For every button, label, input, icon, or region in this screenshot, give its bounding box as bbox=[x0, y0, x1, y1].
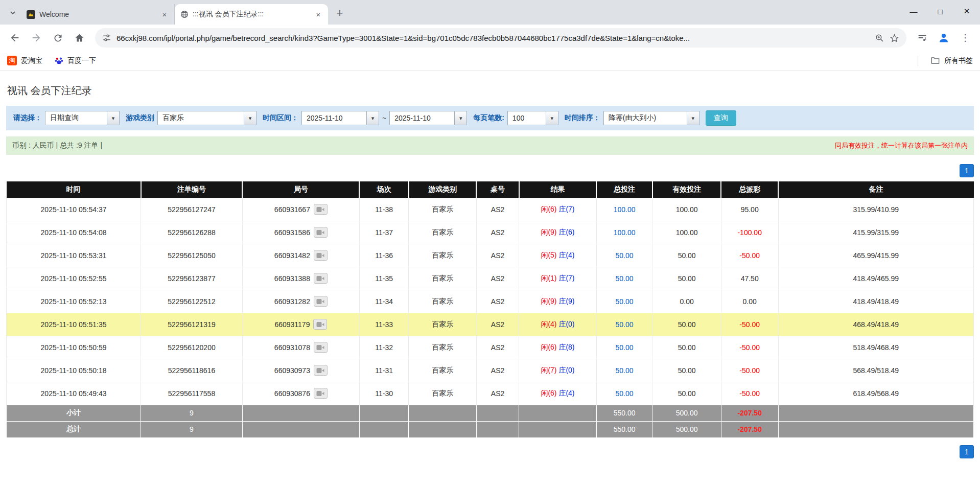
query-type-label: 请选择： bbox=[13, 113, 42, 123]
browser-menu-button[interactable]: ⋮ bbox=[955, 28, 975, 48]
result-player: 闲(9) bbox=[541, 297, 556, 305]
maximize-button[interactable]: □ bbox=[927, 0, 953, 22]
total-bet-link[interactable]: 50.00 bbox=[616, 297, 634, 306]
close-button[interactable]: ✕ bbox=[953, 0, 980, 22]
media-controls-button[interactable] bbox=[913, 28, 932, 48]
cell-total-bet[interactable]: 50.00 bbox=[596, 336, 652, 359]
total-bet-link[interactable]: 50.00 bbox=[616, 251, 634, 260]
profile-avatar[interactable] bbox=[934, 28, 953, 48]
total-row: 总计9550.00500.00-207.50 bbox=[7, 421, 974, 437]
cell-game-type: 百家乐 bbox=[409, 221, 477, 244]
cell-note: 568.49/518.49 bbox=[778, 359, 973, 382]
total-bet-link[interactable]: 100.00 bbox=[614, 228, 636, 237]
game-type-select[interactable]: 百家乐 ▾ bbox=[157, 111, 256, 125]
page-1-button[interactable]: 1 bbox=[960, 164, 974, 177]
cell-payout: -100.00 bbox=[721, 221, 778, 244]
forward-button[interactable] bbox=[27, 28, 46, 48]
cell-result: 闲(6) 庄(7) bbox=[519, 198, 596, 221]
table-row: 2025-11-10 05:53:31522956125050660931482… bbox=[7, 244, 974, 267]
cell-payout: -50.00 bbox=[721, 244, 778, 267]
cell-total-bet[interactable]: 100.00 bbox=[596, 221, 652, 244]
total-bet-link[interactable]: 50.00 bbox=[616, 274, 634, 283]
total-bet-link[interactable]: 50.00 bbox=[616, 320, 634, 329]
video-replay-button[interactable] bbox=[314, 204, 328, 215]
video-replay-button[interactable] bbox=[314, 365, 328, 376]
browser-toolbar: 66cxkj98.com/ipl/portal.php/game/betreco… bbox=[0, 25, 980, 51]
tab-close-icon[interactable]: × bbox=[314, 10, 323, 19]
cell-total-bet[interactable]: 100.00 bbox=[596, 198, 652, 221]
home-button[interactable] bbox=[69, 28, 89, 48]
date-to-value: 2025-11-10 bbox=[390, 111, 454, 125]
back-button[interactable] bbox=[5, 28, 25, 48]
page-size-select[interactable]: 100 ▾ bbox=[507, 111, 558, 125]
result-player: 闲(1) bbox=[541, 274, 556, 282]
cell-total-bet[interactable]: 50.00 bbox=[596, 244, 652, 267]
cell-session: 11-33 bbox=[359, 313, 409, 336]
table-row: 2025-11-10 05:50:59522956120200660931078… bbox=[7, 336, 974, 359]
summary-note-text: 同局有效投注，统一计算在该局第一张注单内 bbox=[835, 141, 968, 150]
tab-close-icon[interactable]: × bbox=[160, 10, 169, 19]
site-settings-icon[interactable] bbox=[102, 33, 111, 42]
chevron-down-icon[interactable]: ▾ bbox=[244, 111, 256, 125]
date-from-value: 2025-11-10 bbox=[302, 111, 366, 125]
all-bookmarks-label: 所有书签 bbox=[944, 56, 973, 65]
cell-time: 2025-11-10 05:50:59 bbox=[7, 336, 141, 359]
cell-total-bet[interactable]: 50.00 bbox=[596, 290, 652, 313]
result-player: 闲(6) bbox=[541, 389, 556, 397]
video-replay-button[interactable] bbox=[314, 388, 328, 399]
sort-select[interactable]: 降幂(由大到小) ▾ bbox=[603, 111, 699, 125]
cell-total-bet[interactable]: 50.00 bbox=[596, 359, 652, 382]
bookmark-baidu[interactable]: 百度一下 bbox=[55, 56, 96, 65]
video-replay-button[interactable] bbox=[314, 296, 328, 307]
page-1-button[interactable]: 1 bbox=[960, 445, 974, 458]
video-replay-button[interactable] bbox=[314, 342, 328, 353]
column-header-11: 备注 bbox=[778, 181, 973, 198]
tab-title: Welcome bbox=[39, 10, 156, 18]
taobao-icon: 淘 bbox=[7, 56, 17, 65]
column-header-7: 结果 bbox=[519, 181, 596, 198]
date-to-select[interactable]: 2025-11-10 ▾ bbox=[389, 111, 467, 125]
tab-betrecord[interactable]: :::视讯 会员下注纪录::: × bbox=[175, 4, 328, 25]
footer-payout: -207.50 bbox=[721, 405, 778, 421]
video-replay-button[interactable] bbox=[313, 319, 327, 330]
chevron-down-icon[interactable]: ▾ bbox=[366, 111, 379, 125]
cell-payout: 47.50 bbox=[721, 267, 778, 290]
search-button[interactable]: 查询 bbox=[706, 110, 736, 126]
minimize-button[interactable]: — bbox=[900, 0, 927, 22]
chevron-down-icon[interactable]: ▾ bbox=[546, 111, 558, 125]
video-replay-button[interactable] bbox=[314, 250, 328, 261]
tab-search-button[interactable] bbox=[5, 5, 20, 20]
bookmark-star-icon[interactable] bbox=[890, 33, 899, 43]
video-replay-button[interactable] bbox=[314, 273, 328, 284]
sort-label: 时间排序： bbox=[565, 113, 600, 123]
cell-valid-bet: 100.00 bbox=[652, 198, 721, 221]
refresh-button[interactable] bbox=[48, 28, 67, 48]
video-replay-button[interactable] bbox=[314, 227, 328, 238]
chevron-down-icon[interactable]: ▾ bbox=[107, 111, 119, 125]
bookmark-aitaobao[interactable]: 淘 爱淘宝 bbox=[7, 56, 42, 65]
cell-table-number: AS2 bbox=[476, 198, 519, 221]
url-text[interactable]: 66cxkj98.com/ipl/portal.php/game/betreco… bbox=[116, 34, 870, 42]
total-bet-link[interactable]: 100.00 bbox=[614, 205, 636, 214]
cell-total-bet[interactable]: 50.00 bbox=[596, 267, 652, 290]
result-banker: 庄(7) bbox=[558, 274, 574, 282]
new-tab-button[interactable]: + bbox=[331, 5, 348, 22]
cell-round-id: 660931078 bbox=[242, 336, 359, 359]
summary-bar: 币别 : 人民币 | 总共 :9 注单 | 同局有效投注，统一计算在该局第一张注… bbox=[6, 136, 974, 155]
tab-welcome[interactable]: Welcome × bbox=[21, 4, 175, 25]
all-bookmarks-button[interactable]: 所有书签 bbox=[930, 56, 973, 65]
round-number: 660931667 bbox=[274, 205, 310, 214]
chevron-down-icon[interactable]: ▾ bbox=[687, 111, 699, 125]
total-bet-link[interactable]: 50.00 bbox=[616, 389, 634, 398]
query-type-select[interactable]: 日期查询 ▾ bbox=[45, 111, 120, 125]
round-number: 660930876 bbox=[274, 389, 310, 398]
date-from-select[interactable]: 2025-11-10 ▾ bbox=[301, 111, 379, 125]
address-bar[interactable]: 66cxkj98.com/ipl/portal.php/game/betreco… bbox=[95, 28, 906, 48]
chevron-down-icon[interactable]: ▾ bbox=[454, 111, 466, 125]
video-camera-icon bbox=[316, 206, 324, 213]
zoom-icon[interactable] bbox=[875, 33, 884, 43]
total-bet-link[interactable]: 50.00 bbox=[616, 366, 634, 375]
total-bet-link[interactable]: 50.00 bbox=[616, 343, 634, 352]
cell-total-bet[interactable]: 50.00 bbox=[596, 382, 652, 405]
cell-total-bet[interactable]: 50.00 bbox=[596, 313, 652, 336]
